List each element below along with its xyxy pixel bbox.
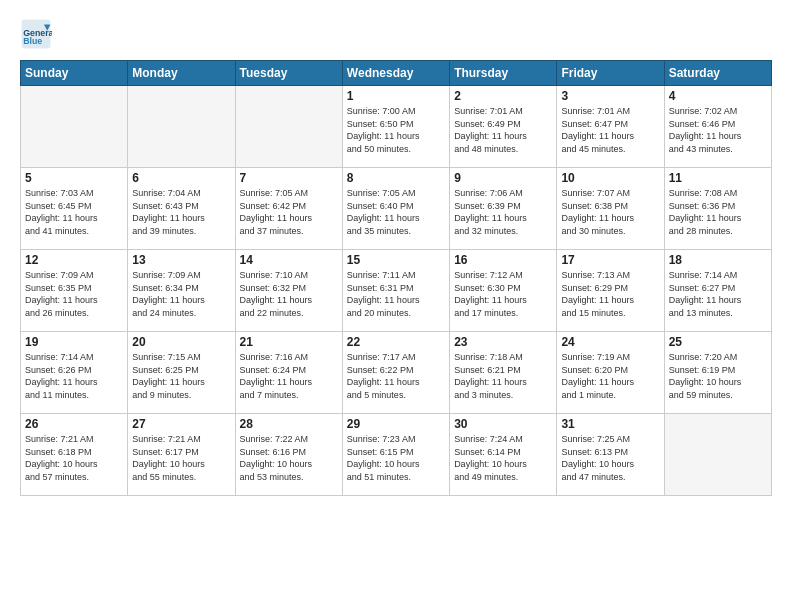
calendar-cell: 25Sunrise: 7:20 AM Sunset: 6:19 PM Dayli… — [664, 332, 771, 414]
day-number: 20 — [132, 335, 230, 349]
day-info: Sunrise: 7:20 AM Sunset: 6:19 PM Dayligh… — [669, 351, 767, 401]
day-info: Sunrise: 7:14 AM Sunset: 6:26 PM Dayligh… — [25, 351, 123, 401]
day-number: 24 — [561, 335, 659, 349]
day-number: 26 — [25, 417, 123, 431]
calendar-cell: 23Sunrise: 7:18 AM Sunset: 6:21 PM Dayli… — [450, 332, 557, 414]
calendar-cell — [664, 414, 771, 496]
calendar-cell: 22Sunrise: 7:17 AM Sunset: 6:22 PM Dayli… — [342, 332, 449, 414]
day-info: Sunrise: 7:02 AM Sunset: 6:46 PM Dayligh… — [669, 105, 767, 155]
day-number: 1 — [347, 89, 445, 103]
day-number: 9 — [454, 171, 552, 185]
day-number: 25 — [669, 335, 767, 349]
day-info: Sunrise: 7:15 AM Sunset: 6:25 PM Dayligh… — [132, 351, 230, 401]
calendar-cell: 3Sunrise: 7:01 AM Sunset: 6:47 PM Daylig… — [557, 86, 664, 168]
week-row-4: 19Sunrise: 7:14 AM Sunset: 6:26 PM Dayli… — [21, 332, 772, 414]
day-number: 14 — [240, 253, 338, 267]
day-info: Sunrise: 7:24 AM Sunset: 6:14 PM Dayligh… — [454, 433, 552, 483]
day-info: Sunrise: 7:19 AM Sunset: 6:20 PM Dayligh… — [561, 351, 659, 401]
day-number: 31 — [561, 417, 659, 431]
calendar-cell: 30Sunrise: 7:24 AM Sunset: 6:14 PM Dayli… — [450, 414, 557, 496]
weekday-header-row: SundayMondayTuesdayWednesdayThursdayFrid… — [21, 61, 772, 86]
calendar-cell: 13Sunrise: 7:09 AM Sunset: 6:34 PM Dayli… — [128, 250, 235, 332]
calendar-cell: 20Sunrise: 7:15 AM Sunset: 6:25 PM Dayli… — [128, 332, 235, 414]
day-number: 21 — [240, 335, 338, 349]
calendar-cell: 10Sunrise: 7:07 AM Sunset: 6:38 PM Dayli… — [557, 168, 664, 250]
calendar-cell: 27Sunrise: 7:21 AM Sunset: 6:17 PM Dayli… — [128, 414, 235, 496]
day-info: Sunrise: 7:16 AM Sunset: 6:24 PM Dayligh… — [240, 351, 338, 401]
day-number: 4 — [669, 89, 767, 103]
day-info: Sunrise: 7:07 AM Sunset: 6:38 PM Dayligh… — [561, 187, 659, 237]
day-info: Sunrise: 7:18 AM Sunset: 6:21 PM Dayligh… — [454, 351, 552, 401]
calendar-cell: 17Sunrise: 7:13 AM Sunset: 6:29 PM Dayli… — [557, 250, 664, 332]
day-info: Sunrise: 7:25 AM Sunset: 6:13 PM Dayligh… — [561, 433, 659, 483]
day-number: 7 — [240, 171, 338, 185]
calendar-cell: 8Sunrise: 7:05 AM Sunset: 6:40 PM Daylig… — [342, 168, 449, 250]
calendar-cell: 9Sunrise: 7:06 AM Sunset: 6:39 PM Daylig… — [450, 168, 557, 250]
day-number: 8 — [347, 171, 445, 185]
week-row-5: 26Sunrise: 7:21 AM Sunset: 6:18 PM Dayli… — [21, 414, 772, 496]
calendar-cell: 31Sunrise: 7:25 AM Sunset: 6:13 PM Dayli… — [557, 414, 664, 496]
calendar-cell: 12Sunrise: 7:09 AM Sunset: 6:35 PM Dayli… — [21, 250, 128, 332]
day-number: 5 — [25, 171, 123, 185]
calendar-cell: 26Sunrise: 7:21 AM Sunset: 6:18 PM Dayli… — [21, 414, 128, 496]
page: General Blue SundayMondayTuesdayWednesda… — [0, 0, 792, 612]
day-number: 3 — [561, 89, 659, 103]
weekday-tuesday: Tuesday — [235, 61, 342, 86]
header: General Blue — [20, 18, 772, 50]
calendar-cell — [128, 86, 235, 168]
weekday-friday: Friday — [557, 61, 664, 86]
calendar-cell: 21Sunrise: 7:16 AM Sunset: 6:24 PM Dayli… — [235, 332, 342, 414]
week-row-1: 1Sunrise: 7:00 AM Sunset: 6:50 PM Daylig… — [21, 86, 772, 168]
day-info: Sunrise: 7:09 AM Sunset: 6:34 PM Dayligh… — [132, 269, 230, 319]
weekday-saturday: Saturday — [664, 61, 771, 86]
svg-text:Blue: Blue — [23, 36, 42, 46]
calendar-cell: 6Sunrise: 7:04 AM Sunset: 6:43 PM Daylig… — [128, 168, 235, 250]
day-info: Sunrise: 7:00 AM Sunset: 6:50 PM Dayligh… — [347, 105, 445, 155]
day-number: 22 — [347, 335, 445, 349]
day-info: Sunrise: 7:14 AM Sunset: 6:27 PM Dayligh… — [669, 269, 767, 319]
weekday-sunday: Sunday — [21, 61, 128, 86]
day-info: Sunrise: 7:05 AM Sunset: 6:42 PM Dayligh… — [240, 187, 338, 237]
day-info: Sunrise: 7:17 AM Sunset: 6:22 PM Dayligh… — [347, 351, 445, 401]
day-number: 28 — [240, 417, 338, 431]
day-number: 17 — [561, 253, 659, 267]
day-info: Sunrise: 7:05 AM Sunset: 6:40 PM Dayligh… — [347, 187, 445, 237]
day-info: Sunrise: 7:21 AM Sunset: 6:18 PM Dayligh… — [25, 433, 123, 483]
day-info: Sunrise: 7:09 AM Sunset: 6:35 PM Dayligh… — [25, 269, 123, 319]
day-number: 27 — [132, 417, 230, 431]
day-number: 30 — [454, 417, 552, 431]
calendar-cell: 24Sunrise: 7:19 AM Sunset: 6:20 PM Dayli… — [557, 332, 664, 414]
logo-icon: General Blue — [20, 18, 52, 50]
weekday-thursday: Thursday — [450, 61, 557, 86]
week-row-2: 5Sunrise: 7:03 AM Sunset: 6:45 PM Daylig… — [21, 168, 772, 250]
calendar-cell: 29Sunrise: 7:23 AM Sunset: 6:15 PM Dayli… — [342, 414, 449, 496]
day-number: 6 — [132, 171, 230, 185]
calendar-cell: 2Sunrise: 7:01 AM Sunset: 6:49 PM Daylig… — [450, 86, 557, 168]
day-number: 11 — [669, 171, 767, 185]
calendar-cell: 4Sunrise: 7:02 AM Sunset: 6:46 PM Daylig… — [664, 86, 771, 168]
calendar-cell: 16Sunrise: 7:12 AM Sunset: 6:30 PM Dayli… — [450, 250, 557, 332]
day-info: Sunrise: 7:01 AM Sunset: 6:49 PM Dayligh… — [454, 105, 552, 155]
calendar-cell: 18Sunrise: 7:14 AM Sunset: 6:27 PM Dayli… — [664, 250, 771, 332]
day-info: Sunrise: 7:22 AM Sunset: 6:16 PM Dayligh… — [240, 433, 338, 483]
week-row-3: 12Sunrise: 7:09 AM Sunset: 6:35 PM Dayli… — [21, 250, 772, 332]
calendar-cell: 15Sunrise: 7:11 AM Sunset: 6:31 PM Dayli… — [342, 250, 449, 332]
calendar-table: SundayMondayTuesdayWednesdayThursdayFrid… — [20, 60, 772, 496]
calendar-cell — [21, 86, 128, 168]
calendar-cell: 14Sunrise: 7:10 AM Sunset: 6:32 PM Dayli… — [235, 250, 342, 332]
day-info: Sunrise: 7:12 AM Sunset: 6:30 PM Dayligh… — [454, 269, 552, 319]
calendar-cell: 19Sunrise: 7:14 AM Sunset: 6:26 PM Dayli… — [21, 332, 128, 414]
calendar-cell: 7Sunrise: 7:05 AM Sunset: 6:42 PM Daylig… — [235, 168, 342, 250]
day-number: 10 — [561, 171, 659, 185]
day-number: 19 — [25, 335, 123, 349]
day-info: Sunrise: 7:10 AM Sunset: 6:32 PM Dayligh… — [240, 269, 338, 319]
calendar-cell: 1Sunrise: 7:00 AM Sunset: 6:50 PM Daylig… — [342, 86, 449, 168]
day-number: 15 — [347, 253, 445, 267]
day-info: Sunrise: 7:04 AM Sunset: 6:43 PM Dayligh… — [132, 187, 230, 237]
day-number: 16 — [454, 253, 552, 267]
calendar-cell — [235, 86, 342, 168]
day-info: Sunrise: 7:21 AM Sunset: 6:17 PM Dayligh… — [132, 433, 230, 483]
day-info: Sunrise: 7:03 AM Sunset: 6:45 PM Dayligh… — [25, 187, 123, 237]
day-info: Sunrise: 7:11 AM Sunset: 6:31 PM Dayligh… — [347, 269, 445, 319]
day-info: Sunrise: 7:06 AM Sunset: 6:39 PM Dayligh… — [454, 187, 552, 237]
